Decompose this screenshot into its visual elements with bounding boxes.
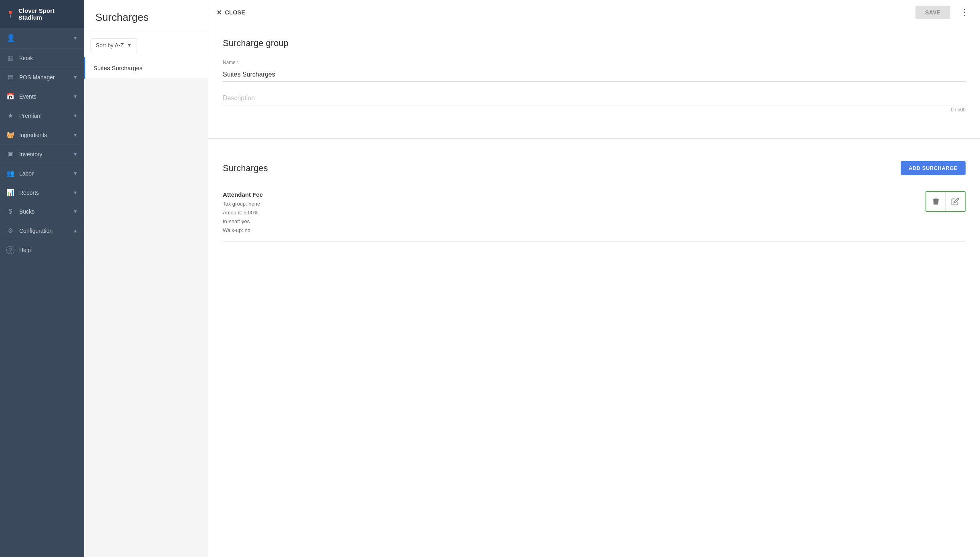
name-input[interactable] (223, 68, 966, 82)
sidebar-item-label: Reports (19, 190, 68, 196)
chevron-down-icon: ▼ (73, 151, 78, 157)
sidebar-item-label: Help (19, 247, 78, 253)
sidebar-item-label: Premium (19, 113, 68, 119)
sidebar-item-label: Ingredients (19, 132, 68, 138)
detail-panel: ✕ CLOSE SAVE ⋮ Surcharge group Name * 0 … (208, 0, 980, 557)
premium-icon: ★ (6, 112, 14, 119)
help-icon: ? (6, 246, 14, 254)
close-label: CLOSE (225, 9, 246, 16)
surcharge-group-title: Surcharge group (223, 38, 966, 48)
page-title: Surcharges (95, 11, 197, 24)
detail-content: Surcharge group Name * 0 / 500 (208, 25, 980, 135)
sort-label: Sort by A-Z (96, 42, 124, 48)
user-menu[interactable]: 👤 ▼ (0, 28, 84, 48)
sidebar-item-label: Labor (19, 170, 68, 177)
sidebar-item-inventory[interactable]: ▣ Inventory ▼ (0, 145, 84, 164)
save-button[interactable]: SAVE (915, 6, 950, 19)
sidebar-item-pos-manager[interactable]: ▤ POS Manager ▼ (0, 68, 84, 87)
labor-icon: 👥 (6, 170, 14, 177)
user-icon: 👤 (6, 34, 15, 42)
sidebar-item-label: Bucks (19, 208, 68, 215)
sidebar: 📍 Clover Sport Stadium 👤 ▼ ▦ Kiosk ▤ POS… (0, 0, 84, 557)
sidebar-item-label: Configuration (19, 228, 68, 234)
configuration-icon: ⚙ (6, 227, 14, 234)
list-item[interactable]: Suites Surcharges (84, 57, 208, 79)
char-count: 0 / 500 (223, 107, 966, 113)
pos-manager-icon: ▤ (6, 73, 14, 81)
venue-name: Clover Sport Stadium (18, 7, 78, 21)
list-items: Suites Surcharges (84, 57, 208, 557)
sidebar-item-label: Kiosk (19, 55, 78, 61)
chevron-down-icon: ▼ (73, 171, 78, 176)
chevron-down-icon: ▼ (73, 132, 78, 138)
sidebar-item-label: POS Manager (19, 74, 68, 81)
surcharges-section: Surcharges ADD SURCHARGE Attendant Fee T… (208, 150, 980, 253)
surcharge-tax-group: Tax group: none Amount: 5.00% In-seat: y… (223, 200, 926, 235)
sidebar-header: 📍 Clover Sport Stadium (0, 0, 84, 28)
surcharges-section-header: Surcharges ADD SURCHARGE (223, 161, 966, 175)
edit-surcharge-button[interactable] (946, 192, 965, 211)
sort-dropdown[interactable]: Sort by A-Z ▼ (91, 38, 137, 52)
edit-icon (951, 198, 959, 206)
section-divider (208, 138, 980, 139)
main-content: Surcharges Sort by A-Z ▼ Suites Surcharg… (84, 0, 980, 557)
description-field: 0 / 500 (223, 91, 966, 113)
surcharge-actions (926, 191, 966, 212)
chevron-down-icon: ▼ (73, 113, 78, 119)
sidebar-item-configuration[interactable]: ⚙ Configuration ▲ (0, 221, 84, 240)
bucks-icon: $ (6, 208, 14, 215)
sidebar-item-label: Events (19, 93, 68, 100)
more-options-button[interactable]: ⋮ (957, 6, 972, 18)
list-panel-header: Surcharges (84, 0, 208, 32)
sidebar-item-help[interactable]: ? Help (0, 240, 84, 260)
events-icon: 📅 (6, 93, 14, 100)
name-field: Name * (223, 60, 966, 82)
delete-surcharge-button[interactable] (926, 192, 946, 211)
surcharge-name: Attendant Fee (223, 191, 926, 198)
chevron-up-icon: ▲ (73, 228, 78, 234)
surcharge-item: Attendant Fee Tax group: none Amount: 5.… (223, 185, 966, 242)
ingredients-icon: 🧺 (6, 131, 14, 139)
chevron-down-icon: ▼ (73, 190, 78, 196)
sidebar-item-kiosk[interactable]: ▦ Kiosk (0, 48, 84, 68)
list-item-label: Suites Surcharges (93, 65, 143, 71)
inventory-icon: ▣ (6, 150, 14, 158)
list-panel-controls: Sort by A-Z ▼ (84, 32, 208, 57)
chevron-down-icon: ▼ (73, 94, 78, 99)
surcharges-title: Surcharges (223, 163, 901, 174)
list-panel: Surcharges Sort by A-Z ▼ Suites Surcharg… (84, 0, 208, 557)
user-chevron-icon: ▼ (73, 35, 78, 41)
sidebar-item-ingredients[interactable]: 🧺 Ingredients ▼ (0, 125, 84, 145)
sidebar-item-premium[interactable]: ★ Premium ▼ (0, 106, 84, 125)
sidebar-item-labor[interactable]: 👥 Labor ▼ (0, 164, 84, 183)
trash-icon (932, 198, 940, 206)
sidebar-item-label: Inventory (19, 151, 68, 157)
chevron-down-icon: ▼ (73, 75, 78, 80)
sidebar-item-reports[interactable]: 📊 Reports ▼ (0, 183, 84, 202)
add-surcharge-button[interactable]: ADD SURCHARGE (901, 161, 966, 175)
name-label: Name * (223, 60, 966, 65)
description-input[interactable] (223, 91, 966, 105)
close-button[interactable]: ✕ CLOSE (216, 9, 245, 16)
detail-header: ✕ CLOSE SAVE ⋮ (208, 0, 980, 25)
close-icon: ✕ (216, 9, 222, 16)
surcharge-info: Attendant Fee Tax group: none Amount: 5.… (223, 191, 926, 235)
sidebar-item-bucks[interactable]: $ Bucks ▼ (0, 202, 84, 221)
sidebar-item-events[interactable]: 📅 Events ▼ (0, 87, 84, 106)
kiosk-icon: ▦ (6, 54, 14, 62)
chevron-down-icon: ▼ (127, 42, 132, 48)
reports-icon: 📊 (6, 189, 14, 196)
location-icon: 📍 (6, 10, 14, 18)
chevron-down-icon: ▼ (73, 209, 78, 214)
